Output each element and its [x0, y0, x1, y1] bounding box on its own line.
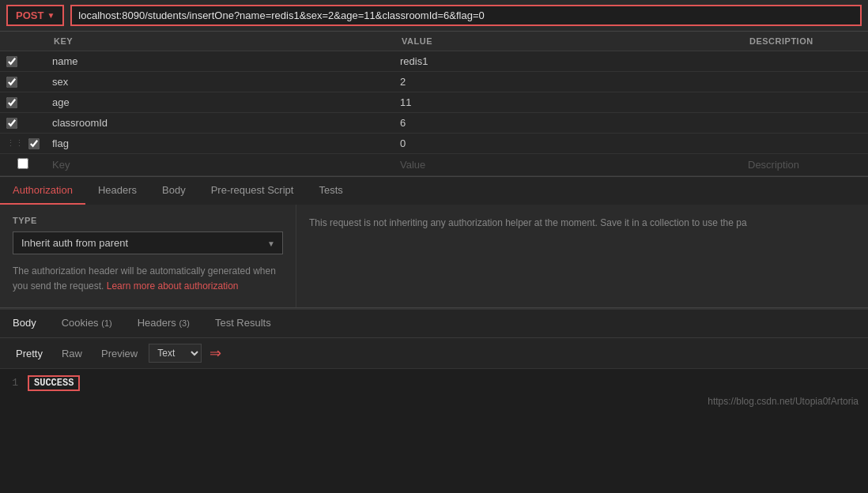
table-row: ⋮⋮ flag 0: [0, 134, 868, 154]
tab-tests[interactable]: Tests: [306, 177, 355, 205]
desc-classroomid: [742, 113, 868, 134]
placeholder-desc: Description: [742, 154, 868, 176]
auth-learn-more-link[interactable]: Learn more about authorization: [107, 280, 239, 292]
drag-icon: ⋮⋮: [6, 138, 24, 149]
row-checkbox-classroomid[interactable]: [6, 118, 17, 129]
tab-pre-request-script[interactable]: Pre-request Script: [198, 177, 307, 205]
table-row: sex 2: [0, 72, 868, 92]
key-classroomid: classroomId: [46, 113, 394, 134]
auth-right-panel: This request is not inheriting any autho…: [296, 205, 868, 307]
key-sex: sex: [46, 72, 394, 92]
code-content-1: SUCCESS: [28, 377, 868, 389]
key-age: age: [46, 92, 394, 113]
auth-content: TYPE Inherit auth from parent No Auth Be…: [0, 205, 868, 307]
method-button[interactable]: POST ▼: [6, 5, 64, 26]
headers-badge: (3): [179, 318, 189, 328]
tab-authorization[interactable]: Authorization: [0, 177, 85, 205]
auth-left-panel: TYPE Inherit auth from parent No Auth Be…: [0, 205, 296, 307]
desc-age: [742, 92, 868, 113]
bottom-tabs-bar: Body Cookies (1) Headers (3) Test Result…: [0, 310, 868, 338]
tab-headers[interactable]: Headers: [85, 177, 149, 205]
key-name: name: [46, 51, 394, 72]
auth-select-wrapper: Inherit auth from parent No Auth Bearer …: [13, 231, 283, 254]
cookies-badge: (1): [101, 318, 111, 328]
table-row: age 11: [0, 92, 868, 113]
bottom-tab-body[interactable]: Body: [0, 310, 49, 337]
format-icon-button[interactable]: ⇒: [205, 343, 226, 363]
row-checkbox-placeholder[interactable]: [17, 158, 28, 169]
success-badge: SUCCESS: [28, 375, 80, 391]
desc-sex: [742, 72, 868, 92]
value-sex: 2: [394, 72, 742, 92]
auth-right-text: This request is not inheriting any autho…: [309, 217, 747, 228]
col-value: VALUE: [394, 32, 742, 51]
tab-body[interactable]: Body: [149, 177, 198, 205]
url-bar: POST ▼: [0, 0, 868, 32]
value-age: 11: [394, 92, 742, 113]
code-line-1: 1 SUCCESS: [0, 375, 868, 390]
desc-name: [742, 51, 868, 72]
auth-type-label: TYPE: [13, 216, 283, 225]
method-chevron-icon: ▼: [47, 11, 55, 20]
placeholder-value: Value: [394, 154, 742, 176]
format-select-wrapper: Text JSON HTML XML: [149, 344, 202, 363]
raw-button[interactable]: Raw: [54, 344, 90, 363]
format-select[interactable]: Text JSON HTML XML: [149, 344, 202, 363]
table-row-placeholder: Key Value Description: [0, 154, 868, 176]
watermark: https://blog.csdn.net/Utopia0fArtoria: [708, 396, 859, 407]
preview-button[interactable]: Preview: [93, 344, 145, 363]
url-input[interactable]: [70, 5, 862, 26]
params-table: KEY VALUE DESCRIPTION name redis1 sex 2 …: [0, 32, 868, 176]
response-toolbar: Pretty Raw Preview Text JSON HTML XML ⇒: [0, 338, 868, 369]
auth-note: The authorization header will be automat…: [13, 264, 283, 294]
row-checkbox-flag[interactable]: [28, 138, 40, 149]
line-number-1: 1: [0, 377, 28, 389]
method-label: POST: [16, 9, 43, 21]
value-classroomid: 6: [394, 113, 742, 134]
row-checkbox-name[interactable]: [6, 56, 17, 67]
value-name: redis1: [394, 51, 742, 72]
auth-tabs-section: Authorization Headers Body Pre-request S…: [0, 176, 868, 308]
row-checkbox-sex[interactable]: [6, 77, 17, 88]
desc-flag: [742, 134, 868, 154]
table-row: name redis1: [0, 51, 868, 72]
placeholder-key: Key: [46, 154, 394, 176]
col-checkbox: [0, 32, 46, 51]
table-row: classroomId 6: [0, 113, 868, 134]
auth-type-select[interactable]: Inherit auth from parent No Auth Bearer …: [13, 231, 283, 254]
bottom-tab-cookies[interactable]: Cookies (1): [49, 310, 125, 337]
key-flag: flag: [46, 134, 394, 154]
auth-tabs-bar: Authorization Headers Body Pre-request S…: [0, 177, 868, 205]
code-area: 1 SUCCESS: [0, 369, 868, 416]
pretty-button[interactable]: Pretty: [8, 344, 51, 363]
value-flag: 0: [394, 134, 742, 154]
col-description: DESCRIPTION: [742, 32, 868, 51]
row-checkbox-age[interactable]: [6, 97, 17, 108]
bottom-tab-test-results[interactable]: Test Results: [202, 310, 284, 337]
bottom-tab-headers[interactable]: Headers (3): [125, 310, 202, 337]
col-key: KEY: [46, 32, 394, 51]
